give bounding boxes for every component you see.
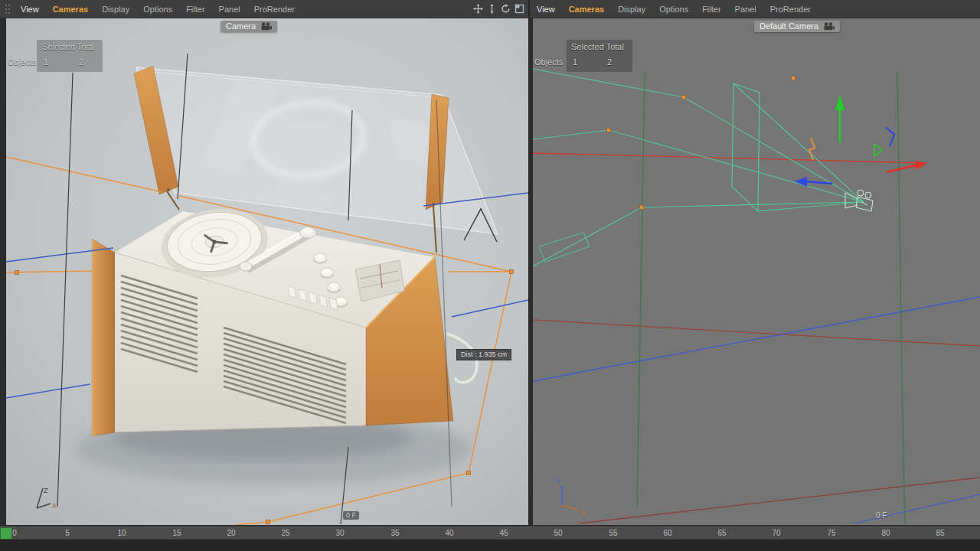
right-menu-prorender[interactable]: ProRender: [763, 5, 818, 14]
distance-tooltip: Dist : 1.935 cm: [456, 349, 511, 360]
right-scene: Y X: [533, 18, 980, 525]
timeline-tick: 70: [772, 529, 780, 537]
right-menu-panel[interactable]: Panel: [728, 5, 763, 14]
left-menu-cameras[interactable]: Cameras: [46, 5, 95, 14]
current-frame-marker[interactable]: [0, 527, 12, 540]
hud-row-label: Objects: [8, 57, 36, 67]
left-menu-prorender[interactable]: ProRender: [247, 5, 302, 14]
frame-indicator-left: 0 F: [343, 511, 359, 520]
grip-dots-icon: [5, 4, 11, 15]
left-scene: Z X: [6, 18, 528, 525]
right-viewport-menubar: View Cameras Display Options Filter Pane…: [528, 0, 980, 18]
left-menu-display[interactable]: Display: [95, 5, 136, 14]
grip-icon[interactable]: [2, 3, 14, 15]
axis-label-z: Z: [44, 487, 48, 494]
axis-label-y: Y: [556, 478, 560, 485]
timeline-tick: 10: [117, 529, 126, 537]
bottom-bar: [0, 540, 980, 551]
timeline-tick: 85: [936, 529, 944, 537]
camera-name-label: Default Camera: [760, 21, 818, 31]
axis-label-x: X: [581, 510, 586, 517]
camera-name-badge[interactable]: Camera: [220, 21, 277, 32]
timeline-tick: 15: [172, 529, 181, 537]
selection-hud-left: Selected Total Objects 1 2: [6, 40, 121, 75]
selection-hud-right: Selected Total Objects 1 2: [533, 40, 648, 75]
camera-icon: [823, 22, 835, 31]
left-menu-view[interactable]: View: [14, 5, 46, 14]
right-menu-view[interactable]: View: [530, 5, 562, 14]
timeline-tick: 80: [881, 529, 890, 537]
timeline-ruler[interactable]: 0 5 10 15 20 25 30 35 40 45 50 55 60 65 …: [0, 527, 980, 540]
hud-total-count: 2: [79, 57, 83, 67]
hud-header: Selected Total: [42, 42, 95, 51]
timeline-tick: 65: [717, 529, 726, 537]
hud-total-count: 2: [607, 57, 612, 67]
viewport-right[interactable]: Y X Default Camera Selected Total Object…: [528, 18, 980, 525]
timeline-tick: 5: [65, 529, 70, 537]
right-menu-options[interactable]: Options: [652, 5, 695, 14]
hud-selected-count: 1: [573, 57, 577, 67]
axis-label-x: X: [52, 502, 57, 510]
camera-icon: [260, 22, 272, 31]
camera-name-badge[interactable]: Default Camera: [754, 21, 840, 32]
timeline-tick: 20: [227, 529, 235, 537]
right-menu-cameras[interactable]: Cameras: [562, 5, 611, 14]
left-menu-filter[interactable]: Filter: [179, 5, 211, 14]
hud-selected-count: 1: [44, 57, 48, 67]
right-menu-display[interactable]: Display: [611, 5, 652, 14]
left-menu-panel[interactable]: Panel: [212, 5, 247, 14]
left-menu-options[interactable]: Options: [136, 5, 179, 14]
timeline-tick: 30: [335, 529, 344, 537]
right-menu-filter[interactable]: Filter: [695, 5, 727, 14]
pan-view-icon[interactable]: [473, 4, 483, 14]
hud-row-label: Objects: [534, 57, 563, 67]
camera-name-label: Camera: [226, 21, 256, 31]
viewport-left[interactable]: Z X Camera Selected Total Objects 1 2 Di…: [6, 18, 528, 525]
timeline-tick: 35: [390, 529, 399, 537]
timeline-tick: 45: [499, 529, 508, 537]
zoom-view-icon[interactable]: [487, 4, 497, 14]
rotate-view-icon[interactable]: [501, 4, 511, 14]
timeline-tick: 50: [554, 529, 562, 537]
timeline-tick: 0: [12, 529, 17, 537]
timeline-tick: 40: [445, 529, 453, 537]
timeline-tick: 60: [663, 529, 671, 537]
maximize-view-icon[interactable]: [514, 4, 524, 14]
hud-header: Selected Total: [571, 42, 624, 51]
timeline-tick: 75: [827, 529, 835, 537]
left-viewport-menubar: View Cameras Display Options Filter Pane…: [0, 0, 528, 18]
timeline-tick: 25: [281, 529, 289, 537]
timeline-tick: 55: [609, 529, 617, 537]
frame-indicator-right: 0 F: [876, 511, 887, 520]
